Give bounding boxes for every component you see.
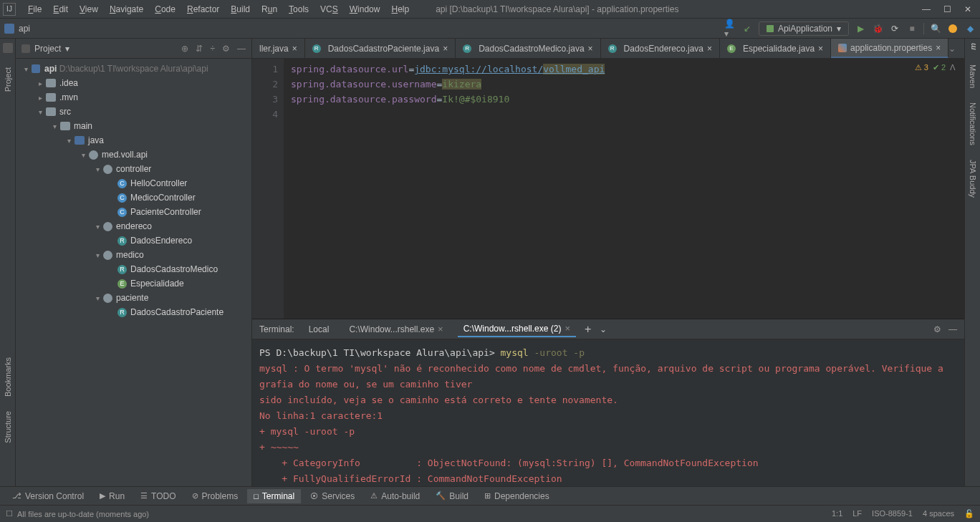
- strip-project[interactable]: Project: [4, 67, 12, 92]
- gear-icon[interactable]: ⚙: [933, 324, 941, 334]
- menu-build[interactable]: Build: [226, 2, 255, 16]
- btab-run[interactable]: ▶Run: [93, 489, 131, 503]
- tree-main[interactable]: ▾main: [16, 119, 251, 133]
- tree-idea[interactable]: ▸.idea: [16, 76, 251, 90]
- tree-paciente-ctrl[interactable]: CPacienteController: [16, 205, 251, 219]
- tree-dados-pac[interactable]: RDadosCadastroPaciente: [16, 305, 251, 319]
- close-icon[interactable]: ×: [438, 324, 443, 334]
- vcs-update-icon[interactable]: ↙: [741, 23, 753, 34]
- breadcrumb[interactable]: api: [19, 24, 30, 34]
- inspections-widget[interactable]: ⚠ 3 ✔ 2 ᐱ: [915, 63, 956, 72]
- tree-pkg[interactable]: ▾med.voll.api: [16, 148, 251, 162]
- chevron-down-icon[interactable]: ▾: [65, 44, 69, 54]
- toolbox-icon[interactable]: ◆: [964, 23, 976, 34]
- project-tool-icon[interactable]: [3, 43, 13, 53]
- add-terminal-icon[interactable]: +: [585, 323, 591, 336]
- strip-maven-icon[interactable]: m: [969, 43, 977, 50]
- menu-code[interactable]: Code: [150, 2, 181, 16]
- hide-icon[interactable]: —: [948, 324, 957, 334]
- chevron-icon[interactable]: ᐱ: [950, 63, 956, 72]
- project-tree[interactable]: ▾api D:\backup\1 TI\workspace Alura\api\…: [16, 59, 251, 486]
- select-opened-icon[interactable]: ⊕: [181, 44, 188, 54]
- menu-vcs[interactable]: VCS: [315, 2, 343, 16]
- menu-help[interactable]: Help: [386, 2, 414, 16]
- code-editor[interactable]: 1234 spring.datasource.url=jdbc:mysql://…: [252, 59, 964, 319]
- btab-todo[interactable]: ☰TODO: [134, 489, 182, 503]
- encoding[interactable]: ISO-8859-1: [872, 509, 913, 518]
- tab-dropdown-icon[interactable]: ⌄: [948, 44, 956, 54]
- tree-hello[interactable]: CHelloController: [16, 176, 251, 190]
- btab-autobuild[interactable]: ⚠Auto-build: [364, 489, 426, 503]
- run-config-selector[interactable]: ApiApplication ▾: [759, 21, 849, 36]
- close-icon[interactable]: ×: [936, 43, 941, 53]
- coverage-icon[interactable]: ⟳: [889, 23, 900, 34]
- btab-services[interactable]: ⦿Services: [304, 489, 361, 503]
- tree-dados-end[interactable]: RDadosEndereco: [16, 233, 251, 248]
- menu-refactor[interactable]: Refactor: [182, 2, 224, 16]
- project-panel-title[interactable]: Project: [34, 44, 61, 54]
- terminal-dropdown-icon[interactable]: ⌄: [600, 324, 607, 334]
- tab-especialidade[interactable]: EEspecialidade.java×: [720, 39, 831, 58]
- tab-application-properties[interactable]: application.properties×: [831, 39, 948, 58]
- strip-maven[interactable]: Maven: [969, 64, 977, 88]
- tab-ller[interactable]: ller.java×: [252, 39, 305, 58]
- terminal-output[interactable]: PS D:\backup\1 TI\workspace Alura\api\ap…: [252, 339, 964, 486]
- tree-dados-med[interactable]: RDadosCadastroMedico: [16, 262, 251, 276]
- tree-src[interactable]: ▾src: [16, 105, 251, 119]
- btab-dependencies[interactable]: ⊞Dependencies: [478, 489, 556, 503]
- btab-vcs[interactable]: ⎇Version Control: [6, 489, 90, 503]
- users-icon[interactable]: 👤▾: [724, 23, 736, 34]
- tree-mvn[interactable]: ▸.mvn: [16, 90, 251, 105]
- strip-jpa-buddy[interactable]: JPA Buddy: [969, 160, 977, 198]
- maximize-icon[interactable]: ☐: [943, 4, 951, 14]
- tree-medico[interactable]: ▾medico: [16, 248, 251, 262]
- debug-icon[interactable]: 🐞: [872, 23, 883, 34]
- menu-view[interactable]: View: [75, 2, 103, 16]
- tree-java[interactable]: ▾java: [16, 133, 251, 148]
- tree-medico-ctrl[interactable]: CMedicoController: [16, 190, 251, 205]
- close-icon[interactable]: ×: [443, 44, 448, 54]
- close-icon[interactable]: ×: [565, 323, 570, 334]
- caret-position[interactable]: 1:1: [832, 509, 842, 518]
- terminal-tab-ps2[interactable]: C:\Window...rshell.exe (2)×: [458, 321, 576, 337]
- tab-dados-endereco[interactable]: RDadosEndereco.java×: [601, 39, 720, 58]
- gear-icon[interactable]: ⚙: [222, 44, 230, 54]
- indent[interactable]: 4 spaces: [923, 509, 954, 518]
- code-content[interactable]: spring.datasource.url=jdbc:mysql://local…: [284, 59, 964, 319]
- menu-run[interactable]: Run: [256, 2, 282, 16]
- close-icon[interactable]: ×: [818, 44, 823, 54]
- tab-dados-medico[interactable]: RDadosCadastroMedico.java×: [456, 39, 600, 58]
- warnings-badge[interactable]: ⚠ 3: [915, 63, 928, 72]
- strip-structure[interactable]: Structure: [4, 411, 12, 443]
- strip-bookmarks[interactable]: Bookmarks: [4, 357, 12, 397]
- menu-file[interactable]: File: [23, 2, 47, 16]
- collapse-all-icon[interactable]: ÷: [210, 44, 215, 54]
- menu-window[interactable]: Window: [345, 2, 385, 16]
- close-icon[interactable]: ×: [707, 44, 712, 54]
- status-sync-icon[interactable]: ☐: [6, 509, 13, 518]
- btab-build[interactable]: 🔨Build: [429, 489, 475, 503]
- terminal-tab-ps1[interactable]: C:\Window...rshell.exe×: [343, 322, 448, 337]
- stop-icon[interactable]: ■: [906, 23, 918, 34]
- hide-icon[interactable]: —: [237, 44, 246, 54]
- menu-tools[interactable]: Tools: [284, 2, 314, 16]
- updates-icon[interactable]: [947, 23, 959, 34]
- minimize-icon[interactable]: —: [922, 4, 931, 14]
- search-icon[interactable]: 🔍: [930, 23, 941, 34]
- menu-navigate[interactable]: Navigate: [105, 2, 148, 16]
- expand-all-icon[interactable]: ⇵: [196, 44, 203, 54]
- tab-dados-paciente[interactable]: RDadosCadastroPaciente.java×: [305, 39, 456, 58]
- run-icon[interactable]: ▶: [855, 23, 866, 34]
- btab-terminal[interactable]: □Terminal: [247, 489, 301, 503]
- close-icon[interactable]: ×: [292, 44, 297, 54]
- close-icon[interactable]: ×: [588, 44, 593, 54]
- tree-paciente[interactable]: ▾paciente: [16, 291, 251, 305]
- btab-problems[interactable]: ⊘Problems: [186, 489, 245, 503]
- terminal-tab-local[interactable]: Local: [303, 322, 335, 337]
- line-separator[interactable]: LF: [852, 509, 862, 518]
- readonly-icon[interactable]: 🔓: [964, 509, 974, 518]
- tree-endereco[interactable]: ▾endereco: [16, 219, 251, 233]
- strip-notifications[interactable]: Notifications: [969, 102, 977, 145]
- tree-root[interactable]: ▾api D:\backup\1 TI\workspace Alura\api\…: [16, 62, 251, 76]
- tree-espec[interactable]: EEspecialidade: [16, 276, 251, 291]
